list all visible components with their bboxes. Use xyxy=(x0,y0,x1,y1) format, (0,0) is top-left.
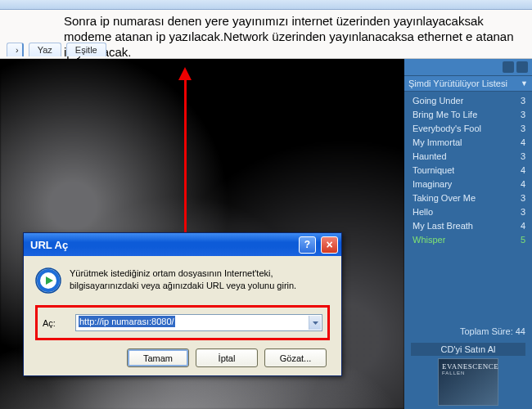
album-art[interactable]: EVANESCENCE FALLEN xyxy=(438,358,498,406)
toolbar: › Yaz Eşitle xyxy=(7,43,106,56)
list-item[interactable]: Bring Me To Life3 xyxy=(404,108,532,122)
list-item[interactable]: Taking Over Me3 xyxy=(404,191,532,205)
cancel-button[interactable]: İptal xyxy=(196,348,258,367)
url-label: Aç: xyxy=(43,318,67,328)
sidebar-icon-1[interactable] xyxy=(503,61,514,73)
buy-cd-link[interactable]: CD'yi Satın Al xyxy=(411,343,525,356)
dialog-description: Yürütmek istediğiniz ortam dosyasının In… xyxy=(70,267,330,294)
sidebar-icon-2[interactable] xyxy=(516,61,528,73)
list-item[interactable]: Imaginary4 xyxy=(404,178,532,191)
browse-button[interactable]: Gözat... xyxy=(264,348,327,367)
annotation-arrow xyxy=(184,59,186,231)
open-url-dialog: URL Aç ? × Yürütmek istediğiniz ortam do… xyxy=(23,232,342,376)
dialog-titlebar[interactable]: URL Aç ? × xyxy=(24,233,341,256)
list-item[interactable]: Hello3 xyxy=(404,205,532,219)
total-duration: Toplam Süre: 44 xyxy=(411,326,525,336)
media-player-icon xyxy=(35,267,61,294)
list-item[interactable]: My Last Breath4 xyxy=(404,219,532,233)
instruction-banner: Sonra ip numarası denen yere yayınımızı … xyxy=(0,10,532,59)
tab-back[interactable]: › xyxy=(7,43,24,56)
url-input[interactable]: http://ip numarası:8080/ xyxy=(75,314,322,331)
list-item[interactable]: Haunted3 xyxy=(404,150,532,164)
list-item[interactable]: Everybody's Fool3 xyxy=(404,122,532,136)
dialog-title: URL Aç xyxy=(30,239,294,251)
highlighted-input-area: Aç: http://ip numarası:8080/ xyxy=(35,305,330,340)
chevron-down-icon: ▼ xyxy=(521,79,528,88)
help-button[interactable]: ? xyxy=(299,236,316,254)
playlist-header[interactable]: Şimdi Yürütülüyor Listesi ▼ xyxy=(404,76,532,92)
list-item[interactable]: Tourniquet4 xyxy=(404,164,532,178)
tab-burn[interactable]: Yaz xyxy=(29,43,61,56)
close-button[interactable]: × xyxy=(321,236,338,254)
now-playing-sidebar: Şimdi Yürütülüyor Listesi ▼ Going Under3… xyxy=(404,59,532,409)
video-area: URL Aç ? × Yürütmek istediğiniz ortam do… xyxy=(0,59,404,409)
list-item[interactable]: Going Under3 xyxy=(404,94,532,108)
list-item[interactable]: Whisper5 xyxy=(404,233,532,247)
sidebar-toolbar xyxy=(404,59,532,76)
list-item[interactable]: My Immortal4 xyxy=(404,136,532,150)
window-header xyxy=(0,0,532,10)
ok-button[interactable]: Tamam xyxy=(127,348,189,367)
dropdown-button[interactable] xyxy=(309,316,321,330)
url-value: http://ip numarası:8080/ xyxy=(79,316,175,327)
playlist-title: Şimdi Yürütülüyor Listesi xyxy=(408,79,517,88)
tab-sync[interactable]: Eşitle xyxy=(66,43,106,56)
playlist[interactable]: Going Under3 Bring Me To Life3 Everybody… xyxy=(404,92,532,323)
